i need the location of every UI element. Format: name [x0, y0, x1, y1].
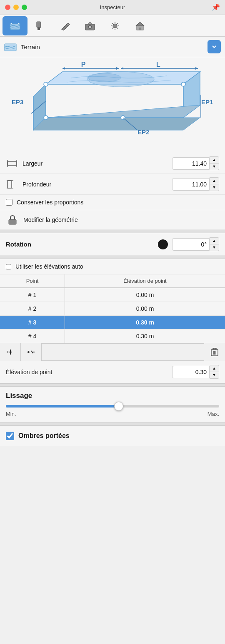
ombres-portees-checkbox[interactable] — [6, 432, 14, 440]
dimension-icon — [6, 156, 18, 169]
elevation-point-stepper: ▲ ▼ — [210, 365, 219, 379]
rotation-input-wrap: ▲ ▼ — [172, 237, 219, 251]
rotation-input[interactable] — [172, 238, 210, 251]
toolbar-item-camera[interactable] — [78, 16, 102, 35]
titlebar-buttons — [5, 5, 27, 10]
selector-chevron[interactable] — [208, 40, 221, 53]
rotation-section: Rotation ▲ ▼ — [0, 233, 225, 256]
table-row[interactable]: # 2 0.00 m — [0, 302, 225, 316]
svg-marker-32 — [116, 67, 119, 70]
lissage-slider-wrap — [6, 405, 219, 408]
svg-rect-17 — [139, 28, 141, 30]
minimize-button[interactable] — [13, 5, 19, 10]
largeur-icon — [6, 156, 19, 170]
toolbar-item-house[interactable] — [128, 16, 152, 35]
selector-row: Terrain — [0, 37, 225, 57]
modifier-geometrie-row: Modifier la géométrie — [0, 210, 225, 230]
svg-marker-34 — [121, 67, 123, 70]
lissage-title: Lissage — [6, 392, 219, 400]
largeur-row: Largeur ▲ ▼ — [0, 153, 225, 174]
largeur-stepper: ▲ ▼ — [210, 156, 219, 170]
svg-text:EP2: EP2 — [138, 128, 149, 136]
conserver-proportions-checkbox[interactable] — [6, 199, 12, 206]
svg-point-2 — [18, 23, 20, 25]
table-cell-point-2: # 2 — [0, 302, 65, 316]
maximize-button[interactable] — [22, 5, 27, 10]
selector-left: Terrain — [4, 42, 40, 52]
utiliser-elevations-checkbox[interactable] — [6, 264, 11, 269]
diagram-area: P L EP3 EP1 EP2 — [0, 57, 225, 153]
properties-panel: Largeur ▲ ▼ Profondeur ▲ ▼ — [0, 153, 225, 230]
table-header-point: Point — [0, 274, 65, 288]
largeur-input[interactable] — [172, 157, 210, 170]
toolbar-item-brush[interactable] — [28, 16, 52, 35]
largeur-input-wrap: ▲ ▼ — [172, 156, 219, 170]
toolbar-item-terrain[interactable] — [2, 16, 28, 35]
lissage-fill — [6, 405, 119, 408]
rotation-dot — [158, 239, 168, 249]
selector-label: Terrain — [21, 43, 40, 50]
profondeur-input-wrap: ▲ ▼ — [172, 177, 219, 191]
table-row[interactable]: # 4 0.30 m — [0, 330, 225, 343]
rotation-decrement[interactable]: ▼ — [210, 244, 219, 251]
house-toolbar-icon — [134, 20, 146, 32]
toolbar-item-pencil[interactable] — [52, 16, 78, 35]
conserver-proportions-label: Conserver les proportions — [17, 199, 83, 206]
profondeur-increment[interactable]: ▲ — [210, 178, 219, 184]
camera-toolbar-icon — [84, 20, 96, 32]
largeur-label: Largeur — [22, 160, 169, 167]
elevation-point-row: Élévation de point ▲ ▼ — [0, 361, 225, 383]
table-row[interactable]: # 1 0.00 m — [0, 288, 225, 302]
section-divider-2 — [0, 256, 225, 259]
titlebar: Inspecteur 📌 — [0, 0, 225, 15]
modifier-geometrie-label: Modifier la géométrie — [23, 216, 78, 223]
table-header-elevation: Élévation de point — [65, 274, 225, 288]
terrain-diagram: P L EP3 EP1 EP2 — [8, 59, 217, 151]
svg-text:EP1: EP1 — [201, 98, 213, 106]
rotation-label: Rotation — [6, 241, 154, 248]
svg-rect-3 — [37, 22, 41, 28]
svg-text:EP3: EP3 — [12, 98, 23, 106]
svg-point-6 — [88, 25, 92, 29]
elevation-table: Point Élévation de point # 1 0.00 m # 2 … — [0, 274, 225, 343]
pencil-toolbar-icon — [59, 20, 71, 32]
chevron-icon — [211, 43, 218, 50]
table-cell-elev-2: 0.00 m — [65, 302, 225, 316]
pin-icon[interactable]: 📌 — [212, 3, 220, 11]
add-point-button[interactable] — [0, 343, 21, 361]
svg-text:P: P — [81, 61, 86, 68]
elevation-point-increment[interactable]: ▲ — [210, 365, 219, 372]
profondeur-decrement[interactable]: ▼ — [210, 184, 219, 191]
toolbar — [0, 15, 225, 37]
add-remove-point-button[interactable] — [21, 343, 42, 361]
svg-line-15 — [112, 28, 113, 28]
elevation-point-decrement[interactable]: ▼ — [210, 372, 219, 378]
ombres-portees-row: Ombres portées — [0, 426, 225, 446]
elevation-point-label: Élévation de point — [6, 369, 168, 375]
section-divider-3 — [0, 383, 225, 387]
close-button[interactable] — [5, 5, 10, 10]
svg-line-14 — [117, 23, 118, 24]
profondeur-label: Profondeur — [22, 181, 169, 188]
lissage-thumb[interactable] — [114, 402, 123, 411]
profondeur-stepper: ▲ ▼ — [210, 177, 219, 191]
largeur-decrement[interactable]: ▼ — [210, 164, 219, 170]
svg-point-26 — [44, 82, 48, 86]
lissage-max-label: Max. — [208, 411, 219, 417]
profondeur-icon — [6, 177, 19, 191]
profondeur-input[interactable] — [172, 178, 210, 191]
elevation-point-input[interactable] — [172, 366, 210, 378]
largeur-increment[interactable]: ▲ — [210, 157, 219, 163]
delete-point-button[interactable] — [204, 343, 225, 361]
toolbar-item-sun[interactable] — [102, 16, 128, 35]
profondeur-dimension-icon — [6, 177, 18, 190]
terrain-selector-icon — [4, 42, 18, 52]
rotation-increment[interactable]: ▲ — [210, 238, 219, 244]
table-row-selected[interactable]: # 3 0.30 m — [0, 316, 225, 330]
conserver-proportions-row: Conserver les proportions — [0, 195, 225, 210]
table-cell-point-1: # 1 — [0, 288, 65, 302]
svg-text:L: L — [156, 61, 160, 68]
brush-toolbar-icon — [34, 20, 46, 32]
window-title: Inspecteur — [100, 4, 125, 10]
table-cell-point-4: # 4 — [0, 330, 65, 343]
